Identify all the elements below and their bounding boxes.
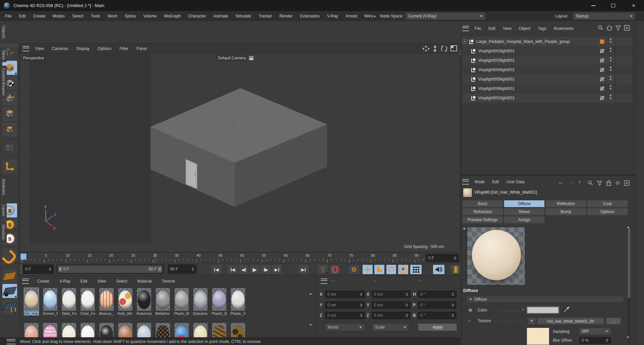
menu-item-simulate[interactable]: Simulate <box>232 11 255 21</box>
om-menu-edit[interactable]: Edit <box>485 26 499 31</box>
layout-dropdown[interactable]: Startup <box>573 12 636 20</box>
material-item[interactable] <box>24 323 39 338</box>
minimize-button[interactable] <box>584 0 603 11</box>
layer-color-toggle[interactable] <box>600 39 604 44</box>
rot-p-field[interactable]: 0 ° <box>418 301 457 309</box>
menu-item-mograph[interactable]: MoGraph <box>160 11 184 21</box>
tab-bump[interactable]: Bump <box>545 208 586 215</box>
object-name[interactable]: Vraylight003light001 <box>478 58 515 63</box>
object-manager-menu-icon[interactable] <box>462 26 469 31</box>
attr-add-panel-icon[interactable] <box>624 180 630 186</box>
object-row-light[interactable]: Vraylight002light001 <box>462 46 633 56</box>
keyframe-selection-button[interactable]: ⚙ <box>348 264 360 275</box>
visibility-dots[interactable] <box>610 85 611 87</box>
texture-browse-button[interactable]: ... <box>606 317 621 325</box>
material-scroll-up[interactable] <box>309 288 312 293</box>
material-name[interactable]: Screen_M <box>43 311 58 315</box>
material-item[interactable]: Chair_Fo <box>80 288 95 315</box>
menu-item-animate[interactable]: Animate <box>210 11 232 21</box>
stepper-icon[interactable] <box>406 303 408 307</box>
material-preview[interactable] <box>467 227 525 285</box>
om-menu-view[interactable]: View <box>499 26 515 31</box>
stepper-icon[interactable] <box>192 267 194 271</box>
viewport-maximize-icon[interactable] <box>450 45 457 51</box>
material-name[interactable]: Plastc_Bl <box>174 311 189 315</box>
apply-button[interactable]: Apply <box>418 323 457 331</box>
attr-scroll-down[interactable] <box>627 338 629 343</box>
render-toggle[interactable] <box>600 49 604 53</box>
side-tab-content-browser[interactable]: Content Browser <box>1 66 7 98</box>
object-name[interactable]: Vraylight006light001 <box>478 86 515 91</box>
viewport-menu-display[interactable]: Display <box>72 46 93 51</box>
material-item[interactable] <box>230 323 246 338</box>
material-name[interactable]: Kids_Wo <box>118 311 133 315</box>
transport-grip[interactable] <box>20 265 22 274</box>
viewport-menu-view[interactable]: View <box>31 46 48 51</box>
pos-x-field[interactable]: 0 cm <box>325 291 365 298</box>
viewport-zoom-icon[interactable] <box>432 45 438 52</box>
eyedropper-icon[interactable] <box>563 306 570 313</box>
material-scroll-down[interactable] <box>309 326 312 331</box>
panel-splitter[interactable] <box>461 175 644 176</box>
material-item[interactable] <box>212 323 227 338</box>
side-tab-takes[interactable]: Takes <box>1 48 7 62</box>
object-name[interactable]: Large_Pediatric_Hospital_Ward_with_Peopl… <box>476 39 570 44</box>
prev-key-button[interactable]: ◀ <box>227 264 238 275</box>
viewport-rotate-icon[interactable] <box>441 45 447 52</box>
menu-item-volume[interactable]: Volume <box>140 11 160 21</box>
object-name[interactable]: Vraylight004light001 <box>478 67 515 72</box>
range-right-grip[interactable] <box>160 267 161 271</box>
material-menu-texture[interactable]: Texture <box>157 279 180 284</box>
material-item[interactable]: Ruberma <box>137 288 152 315</box>
om-search-icon[interactable] <box>598 25 604 31</box>
om-menu-tags[interactable]: Tags <box>534 26 550 31</box>
viewport-view-label[interactable]: Perspective <box>22 55 46 61</box>
stepper-icon[interactable] <box>406 293 408 296</box>
tab-coat[interactable]: Coat <box>587 200 628 207</box>
render-toggle[interactable] <box>600 86 604 91</box>
material-item[interactable] <box>80 323 95 338</box>
object-row-light[interactable]: Vraylight003light001 <box>462 56 633 65</box>
material-menu-edit[interactable]: Edit <box>75 279 93 284</box>
material-menu-select[interactable]: Select <box>111 279 132 284</box>
viewport-canvas[interactable]: Y Z X <box>20 53 460 252</box>
visibility-dots[interactable] <box>610 76 611 78</box>
texture-expand-icon[interactable]: > <box>468 318 471 323</box>
material-menu-view[interactable]: View <box>92 279 111 284</box>
side-tab-attributes[interactable]: Attributes <box>1 177 7 197</box>
next-frame-button[interactable]: ▶ <box>260 264 271 275</box>
viewport-camera-label[interactable]: Default Camera <box>216 55 254 61</box>
material-name[interactable]: Chair_Fo <box>80 311 95 315</box>
material-item[interactable]: Abacus_ <box>99 288 114 315</box>
attr-scrollbar-thumb[interactable] <box>628 228 630 298</box>
om-home-icon[interactable] <box>606 25 612 31</box>
material-item[interactable]: Screen_M <box>43 288 58 315</box>
lock-workplane-button[interactable] <box>2 284 17 298</box>
scale-y-field[interactable]: 0 cm <box>372 301 411 309</box>
viewport-menu-panel[interactable]: Panel <box>132 46 151 51</box>
om-menu-object[interactable]: Object <box>515 26 534 31</box>
object-name[interactable]: Vraylight001light001 <box>478 96 515 100</box>
maximize-button[interactable] <box>603 0 623 11</box>
autokey-button[interactable] <box>330 264 340 275</box>
material-item[interactable]: Kids_Wo <box>118 288 133 315</box>
stepper-icon[interactable] <box>360 314 363 317</box>
range-left-grip[interactable] <box>61 267 61 271</box>
menu-item-vray[interactable]: V-Ray <box>323 11 342 21</box>
material-name[interactable]: Ruberma <box>137 311 152 315</box>
om-filter-icon[interactable] <box>615 25 621 31</box>
render-toggle[interactable] <box>600 67 604 72</box>
pos-z-field[interactable]: 0 cm <box>325 312 365 319</box>
material-item[interactable] <box>118 323 133 338</box>
tab-preview-settings[interactable]: Preview Settings <box>462 216 503 224</box>
menu-item-modes[interactable]: Modes <box>49 11 68 21</box>
menu-item-character[interactable]: Character <box>184 11 210 21</box>
attr-target-icon[interactable]: ◎ <box>615 180 620 186</box>
material-name[interactable]: Plastic_B <box>212 311 227 315</box>
menu-item-window-truncated[interactable]: Winc <box>361 11 374 21</box>
stepper-icon[interactable] <box>451 303 454 307</box>
material-item[interactable]: Plastc_Bl <box>174 288 189 315</box>
stepper-icon[interactable] <box>606 339 608 342</box>
object-row-light[interactable]: Vraylight001light001 <box>462 93 633 103</box>
sound-toggle[interactable] <box>433 264 445 275</box>
